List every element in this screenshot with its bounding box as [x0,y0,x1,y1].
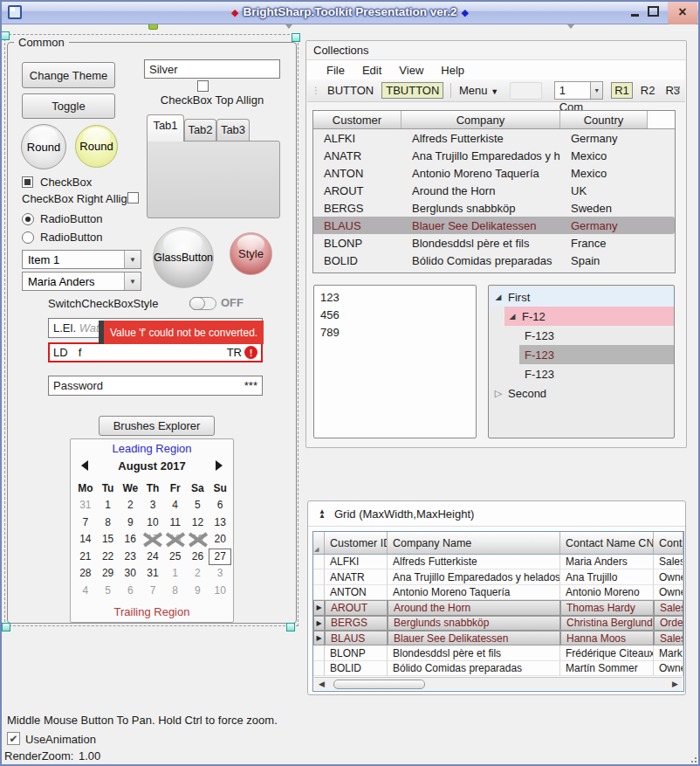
calendar-day[interactable]: 14 [74,531,97,549]
radio-button-2[interactable] [22,231,34,244]
change-theme-button[interactable]: Change Theme [22,62,115,88]
calendar-day[interactable]: 11 [164,514,187,532]
calendar-day[interactable]: 4 [74,583,97,600]
calendar-next-button[interactable] [216,460,223,471]
calendar-day[interactable]: 6 [209,497,231,514]
selection-handle[interactable] [2,623,10,631]
maximize-button[interactable] [644,3,663,21]
row-header[interactable] [313,555,325,569]
calendar-day[interactable]: 10 [209,583,231,600]
toggle-button[interactable]: Toggle [22,93,115,119]
toolbar-radio-r1[interactable]: R1 [611,82,633,99]
glass-button[interactable]: GlassButton [153,227,214,288]
close-button[interactable]: × [668,1,697,24]
horizontal-scrollbar[interactable]: ◀ ▶ [314,677,683,690]
customer-combobox[interactable]: Maria Anders▼ [22,272,141,291]
calendar-day[interactable]: 1 [164,565,187,583]
tree-expander-icon[interactable]: ▷ [491,388,506,399]
calendar-day[interactable]: 5 [187,497,209,514]
scroll-right-icon[interactable]: ▶ [672,680,678,688]
tab-tab3[interactable]: Tab3 [216,119,250,141]
silver-textbox[interactable]: Silver [144,59,280,79]
list-item[interactable]: 789 [314,323,476,341]
menu-item-edit[interactable]: Edit [353,64,390,77]
calendar-day[interactable]: 1 [97,497,120,514]
row-header[interactable]: ▶ [313,631,325,645]
calendar-day[interactable]: 5 [97,583,120,600]
calendar-day[interactable]: 12 [187,514,209,532]
calendar-day[interactable]: 17 [141,531,164,549]
title-bar[interactable]: ◆BrightSharp.Toolkit Presentation ver.2◆… [0,0,700,24]
toolbar-radio-r2[interactable]: R2 [641,84,655,97]
column-header-contact-title[interactable]: Cont [654,532,683,554]
row-header[interactable] [313,661,325,676]
scroll-left-icon[interactable]: ◀ [319,680,325,688]
calendar-day[interactable]: 9 [187,583,209,600]
tab-tab1[interactable]: Tab1 [147,114,184,141]
password-field[interactable]: Password *** [48,376,263,396]
tree-item-f-123[interactable]: F-123 [519,326,674,345]
round-button-1[interactable]: Round [21,124,66,169]
calendar-day[interactable]: 30 [119,565,141,583]
resize-grip[interactable] [688,754,697,763]
scrollbar-thumb[interactable] [333,680,425,689]
menu-item-help[interactable]: Help [432,64,473,77]
checkbox-right-align[interactable] [127,192,139,204]
table-row[interactable]: BOLIDBólido Comidas preparadasMartín Som… [313,661,683,676]
toolbar-grip[interactable]: ⋮ [312,86,319,95]
table-row[interactable]: BLONPBlondesddsl père et filsFrance [313,234,675,252]
checkbox[interactable] [22,176,33,188]
calendar-day[interactable]: 29 [97,565,120,583]
column-header-country[interactable]: Country [560,111,648,128]
calendar-day[interactable]: 21 [74,549,97,566]
toolbar-empty-combobox[interactable] [510,82,542,100]
tree-item-second[interactable]: ▷Second [491,383,674,403]
table-row[interactable]: ALFKIAlfreds FutterkisteGermany [313,129,675,147]
calendar-day[interactable]: 8 [164,583,187,600]
style-button[interactable]: Style [230,232,272,275]
tree-item-f-12[interactable]: ◢F-12 [504,307,674,326]
calendar-day[interactable]: 31 [74,497,97,514]
round-button-2[interactable]: Round [75,125,118,168]
tab-tab2[interactable]: Tab2 [184,119,216,141]
calendar-month-label[interactable]: August 2017 [71,459,233,473]
calendar-day[interactable]: 22 [97,549,120,566]
calendar-day[interactable]: 15 [97,531,120,549]
table-row[interactable]: BLONPBlondesddsl père et filsFrédérique … [313,645,683,660]
calendar-day[interactable]: 4 [164,497,187,514]
calendar-day[interactable]: 2 [187,565,209,583]
calendar-day[interactable]: 6 [119,583,141,600]
toolbar-button[interactable]: BUTTON [327,84,374,97]
brushes-explorer-button[interactable]: Brushes Explorer [99,416,215,436]
error-textbox[interactable]: LD f TR [48,342,263,362]
row-header[interactable] [313,569,325,584]
chevron-down-icon[interactable] [567,24,574,29]
row-header[interactable] [313,585,325,600]
calendar-day[interactable]: 3 [209,565,231,583]
table-row[interactable]: ▶AROUTAround the HornThomas HardySales [313,600,683,615]
tree-expander-icon[interactable]: ◢ [491,293,506,301]
calendar-day[interactable]: 24 [141,549,164,566]
select-all-corner[interactable] [313,532,325,554]
calendar-day[interactable]: 23 [119,549,141,566]
column-header-company-name[interactable]: Company Name [388,532,560,554]
calendar-day[interactable]: 2 [119,497,141,514]
row-header[interactable] [313,645,325,660]
chevron-down-icon[interactable] [285,24,292,29]
table-row[interactable]: ANTONAntonio Moreno TaqueríaMexico [313,164,675,182]
tree-item-f-123[interactable]: F-123 [519,345,674,364]
calendar-day[interactable]: 7 [141,583,164,600]
row-header[interactable]: ▶ [313,600,325,615]
calendar-day[interactable]: 7 [74,514,97,532]
switch-toggle[interactable] [189,297,216,310]
calendar-day[interactable]: 3 [141,497,164,514]
calendar-day[interactable]: 19 [187,531,209,549]
expander-header[interactable]: ▲▲ Grid (MaxWidth,MaxHeight) [308,501,685,526]
selection-handle[interactable] [292,33,300,42]
calendar-day[interactable]: 26 [187,549,209,566]
tree-item-first[interactable]: ◢First [491,287,674,307]
checkbox-top-align[interactable] [197,80,209,92]
minimize-button[interactable] [627,3,644,21]
calendar-day[interactable]: 31 [141,565,164,583]
column-header-company[interactable]: Company [401,111,560,128]
